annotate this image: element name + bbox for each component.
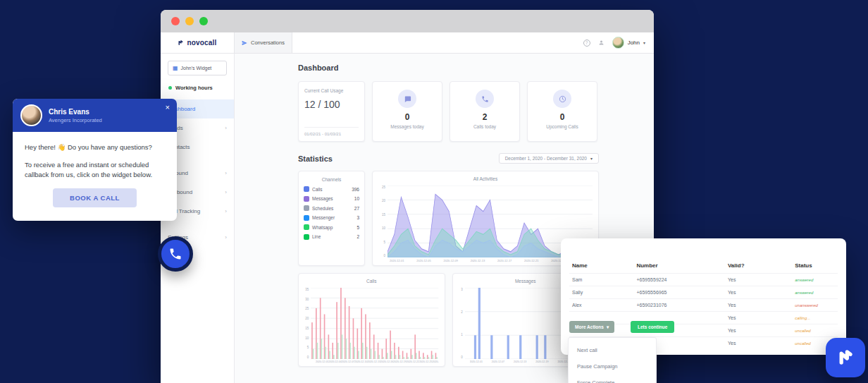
y-tick-label: 5 [307, 346, 309, 349]
y-tick-label: 0 [307, 355, 309, 359]
x-tick-label: 2020-12-13 [368, 360, 380, 363]
y-tick-label: 20 [305, 317, 309, 320]
more-actions-label: More Actions [575, 324, 604, 329]
x-tick-label: 2020-12-21 [524, 259, 538, 262]
user-menu[interactable]: John ▾ [612, 37, 645, 49]
cell-status: answered [792, 286, 838, 299]
y-tick-label: 0 [461, 355, 463, 359]
more-actions-button[interactable]: More Actions ▾ [569, 321, 614, 333]
zoom-window-button[interactable] [199, 17, 208, 25]
more-actions-menu: Next callPause CampaignForce Complete [568, 337, 657, 383]
callback-widget-button[interactable] [158, 236, 193, 272]
working-hours[interactable]: Working hours [168, 85, 226, 91]
novocall-badge-icon [836, 348, 855, 367]
cell-status: calling... [792, 312, 838, 324]
lets-continue-button[interactable]: Lets continue [631, 321, 674, 333]
cell-number: +6595556965 [633, 286, 725, 299]
y-tick-label: 25 [305, 307, 309, 310]
calls-chart-card: Calls 35302520151050 2020-12-012020-12-0… [298, 273, 445, 367]
menu-item-force-complete[interactable]: Force Complete [569, 375, 656, 383]
channel-row: Line2 [304, 234, 359, 240]
channel-count: 5 [356, 225, 359, 230]
user-icon[interactable] [598, 39, 604, 46]
upcoming-calls-label: Upcoming Calls [546, 124, 578, 129]
table-row[interactable]: Alex+6590231076Yesunanswered [569, 299, 838, 312]
chart-title: All Activities [378, 176, 593, 181]
calls-chart[interactable] [311, 288, 438, 359]
avatar [612, 37, 624, 49]
online-dot-icon [168, 86, 172, 90]
x-tick-label: 2020-12-13 [471, 259, 485, 262]
book-a-call-button[interactable]: BOOK A CALL [53, 188, 137, 207]
chevron-right-icon: › [225, 170, 227, 176]
channel-label: Messages [312, 196, 333, 201]
chat-message-2: To receive a free and instant or schedul… [25, 160, 165, 180]
user-name: John [628, 39, 640, 46]
cell-valid: Yes [725, 286, 792, 299]
x-tick-label: 2020-12-01 [390, 259, 404, 262]
cell-status: unanswered [792, 299, 838, 312]
chevron-right-icon: › [225, 125, 227, 131]
whatsapp-channel-icon [304, 224, 309, 230]
channel-label: Whatsapp [312, 225, 333, 230]
messages-today-label: Messages today [390, 124, 423, 129]
y-tick-label: 10 [305, 336, 309, 340]
messenger-channel-icon [304, 215, 309, 221]
x-tick-label: 2020-12-25 [419, 360, 432, 363]
date-range-label: December 1, 2020 - December 31, 2020 [505, 156, 587, 161]
callers-table: Name Number Valid? Status Sam+6595559224… [569, 260, 838, 349]
summary-cards: Current Call Usage 12 / 100 01/02/21 - 0… [298, 81, 599, 142]
x-tick-label: 2020-12-17 [497, 259, 512, 262]
novocall-badge[interactable] [826, 338, 865, 377]
chevron-right-icon: › [225, 189, 227, 195]
chat-message-1: Hey there! 👋 Do you have any questions? [25, 142, 165, 152]
widget-selector[interactable]: ▦ John's Widget [168, 61, 227, 75]
y-tick-label: 2 [461, 310, 463, 314]
page-title: Dashboard [298, 63, 599, 72]
cell-number: +6590231076 [633, 299, 725, 312]
topbar-right: ? John ▾ [583, 32, 654, 53]
y-axis: 3210 [459, 288, 465, 359]
tab-conversations[interactable]: Conversations [235, 32, 292, 53]
channel-label: Messenger [312, 215, 335, 220]
phone-icon [168, 247, 182, 261]
y-tick-label: 25 [382, 186, 385, 189]
menu-item-pause-campaign[interactable]: Pause Campaign [569, 358, 656, 375]
x-tick-label: 2020-12-13 [514, 360, 526, 363]
calls-channel-icon [304, 186, 309, 192]
x-tick-label: 2020-12-19 [535, 360, 548, 363]
channel-row: Messenger3 [304, 215, 359, 221]
usage-card-value: 12 / 100 [304, 99, 359, 110]
channels-title: Channels [304, 177, 359, 182]
agent-company: Avengers Incorporated [49, 117, 102, 123]
channel-row: Schedules27 [304, 205, 359, 211]
upcoming-calls-card: 0 Upcoming Calls [527, 81, 597, 142]
chart-title: Calls [304, 279, 439, 284]
line-channel-icon [304, 234, 309, 240]
novocall-logo: novocall [161, 32, 235, 53]
date-range-picker[interactable]: December 1, 2020 - December 31, 2020 ▾ [499, 153, 599, 164]
chevron-down-icon: ▾ [607, 324, 609, 330]
help-icon[interactable]: ? [583, 39, 590, 47]
agent-avatar [20, 104, 42, 126]
cell-valid: Yes [725, 274, 792, 286]
cell-name: Sally [569, 286, 633, 299]
clock-icon [553, 90, 571, 108]
calls-today-card: 2 Calls today [450, 81, 520, 142]
menu-item-next-call[interactable]: Next call [569, 342, 656, 358]
channel-label: Calls [312, 187, 322, 192]
close-icon[interactable]: × [166, 104, 170, 111]
x-tick-label: 2020-12-28 [433, 360, 439, 363]
close-window-button[interactable] [171, 17, 180, 25]
conversations-icon [242, 40, 247, 46]
tab-label: Conversations [251, 39, 285, 46]
page: novocall Conversations ? John [0, 0, 868, 383]
x-tick-label: 2020-12-16 [380, 360, 393, 363]
minimize-window-button[interactable] [185, 17, 194, 25]
logo-text: novocall [187, 39, 216, 47]
charts-row-2: Calls 35302520151050 2020-12-012020-12-0… [298, 273, 599, 367]
cell-status: answered [792, 274, 838, 286]
table-row[interactable]: Sam+6595559224Yesanswered [569, 274, 838, 286]
table-row[interactable]: Sally+6595556965Yesanswered [569, 286, 838, 299]
cell-valid: Yes [725, 299, 792, 312]
